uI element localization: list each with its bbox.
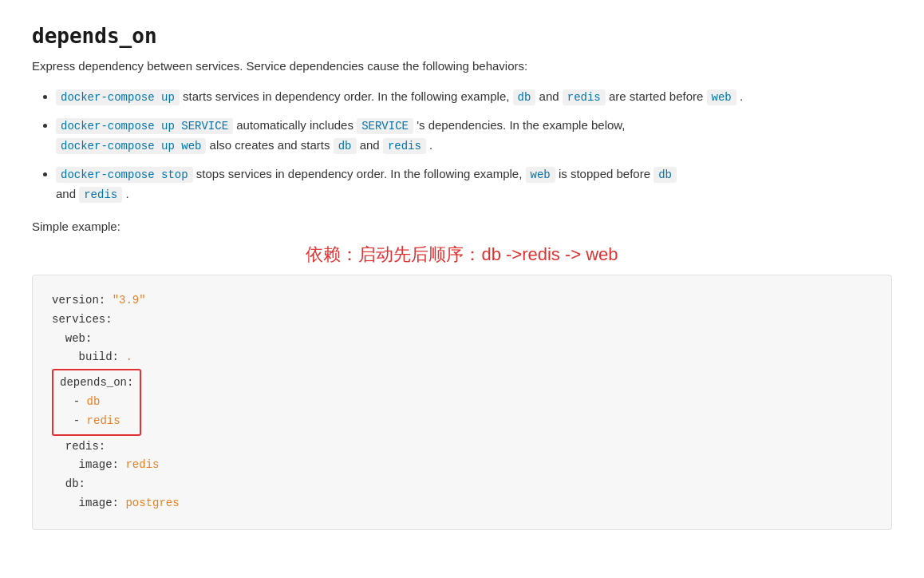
bullet2-text5: .: [429, 138, 432, 152]
code-redis-service-line: redis:: [52, 437, 872, 457]
code-service: SERVICE: [357, 118, 413, 134]
page-title: depends_on: [32, 24, 892, 48]
code-db-service-line: db:: [52, 475, 872, 494]
bullet2-text1: automatically includes: [236, 118, 357, 132]
bullet2-text4: and: [360, 138, 383, 152]
code-db-3: db: [654, 167, 677, 183]
code-docker-compose-up-service: docker-compose up SERVICE: [56, 118, 233, 134]
code-db-2: db: [334, 138, 357, 154]
code-web-1: web: [707, 89, 736, 105]
code-web-line: web:: [52, 330, 872, 349]
code-db-item-line: - db: [60, 393, 133, 412]
depends-on-highlight-box: depends_on: - db - redis: [52, 369, 141, 435]
bullet2-text2: 's dependencies. In the example below,: [417, 118, 625, 132]
bullet2-text3: also creates and starts: [210, 138, 334, 152]
bullet1-text2: and: [539, 89, 563, 103]
annotation-text: 依赖：启动先后顺序：db ->redis -> web: [32, 243, 892, 267]
bullet1-text1: starts services in dependency order. In …: [183, 89, 513, 103]
list-item-3: docker-compose stop stops services in de…: [56, 164, 892, 204]
intro-text: Express dependency between services. Ser…: [32, 59, 892, 73]
code-docker-compose-up: docker-compose up: [56, 89, 180, 105]
code-db-1: db: [513, 89, 536, 105]
code-image-postgres-line: image: postgres: [52, 494, 872, 513]
code-depends-on-line: depends_on:: [60, 374, 133, 393]
code-redis-2: redis: [383, 138, 426, 154]
bullet3-text3: and: [56, 187, 79, 200]
code-image-redis-line: image: redis: [52, 456, 872, 475]
code-redis-1: redis: [563, 89, 606, 105]
bullet1-text3: are started before: [609, 89, 707, 103]
code-docker-compose-up-web: docker-compose up web: [56, 138, 206, 154]
code-redis-3: redis: [79, 187, 122, 203]
code-build-line: build: .: [52, 348, 872, 367]
list-item-2: docker-compose up SERVICE automatically …: [56, 116, 892, 155]
bullet-list: docker-compose up starts services in dep…: [32, 87, 892, 204]
simple-example-label: Simple example:: [32, 220, 892, 233]
list-item-1: docker-compose up starts services in dep…: [56, 87, 892, 106]
bullet1-text4: .: [740, 89, 743, 103]
code-docker-compose-stop: docker-compose stop: [56, 167, 193, 183]
bullet3-text4: .: [125, 187, 128, 200]
bullet3-text2: is stopped before: [559, 167, 654, 180]
code-redis-item-line: - redis: [60, 412, 133, 431]
bullet3-text1: stops services in dependency order. In t…: [196, 167, 526, 180]
code-block: version: "3.9" services: web: build: . d…: [32, 275, 892, 530]
code-services-line: services:: [52, 311, 872, 330]
code-web-2: web: [526, 167, 555, 183]
code-version-line: version: "3.9": [52, 291, 872, 311]
